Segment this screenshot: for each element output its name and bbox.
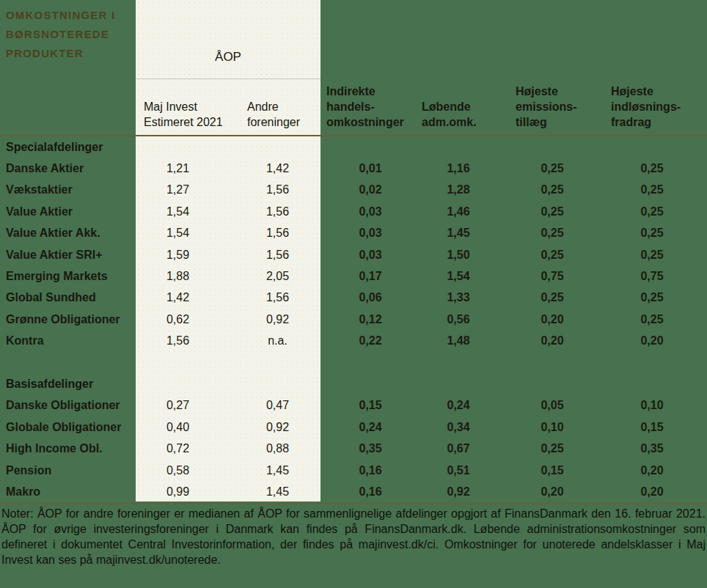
cell-aop-andre-foreninger: 1,56 (235, 249, 320, 262)
row-label: Kontra (0, 334, 136, 348)
cell-aop-andre-foreninger: n.a. (235, 334, 320, 348)
row-label: Pension (0, 464, 136, 477)
cell-hojeste-emissionstillaeg: 0,25 (516, 183, 589, 196)
section-title: Specialafdelinger (0, 141, 136, 154)
cell-aop-maj-invest: 1,59 (136, 249, 235, 262)
cell-hojeste-indlosningsfradrag: 0,25 (611, 205, 693, 218)
cell-lobende-adm-omk: 1,45 (422, 227, 495, 240)
column-header-lobende-adm-omk: Løbende adm.omk. (422, 99, 495, 135)
cell-hojeste-indlosningsfradrag: 0,20 (611, 485, 693, 499)
cell-indirekte-handelsomkostninger: 0,02 (326, 183, 414, 196)
cell-aop-maj-invest: 0,72 (136, 442, 235, 455)
cell-hojeste-indlosningsfradrag: 0,10 (611, 399, 693, 412)
cell-aop-andre-foreninger: 1,56 (235, 205, 320, 218)
cell-aop-maj-invest: 1,88 (136, 270, 235, 283)
cell-lobende-adm-omk: 1,48 (422, 334, 495, 348)
row-label: Value Aktier (0, 205, 136, 218)
cell-indirekte-handelsomkostninger: 0,15 (326, 399, 414, 412)
column-header-hojeste-indlosningsfradrag: Højeste indløsnings- fradrag (611, 84, 693, 135)
table-row: Danske Obligationer0,270,470,150,240,050… (0, 395, 707, 416)
row-label: Danske Aktier (0, 162, 136, 175)
cell-hojeste-emissionstillaeg: 0,10 (516, 421, 589, 434)
row-label: Value Aktier Akk. (0, 227, 136, 240)
section-spacer (0, 352, 707, 373)
cell-aop-maj-invest: 0,99 (136, 485, 235, 499)
cell-aop-maj-invest: 0,58 (136, 464, 235, 477)
cell-hojeste-emissionstillaeg: 0,25 (516, 162, 589, 175)
table-body: SpecialafdelingerDanske Aktier1,211,420,… (0, 136, 707, 503)
cell-lobende-adm-omk: 0,24 (422, 399, 495, 412)
cell-hojeste-emissionstillaeg: 0,20 (516, 313, 589, 326)
cell-aop-andre-foreninger: 0,88 (235, 442, 320, 455)
row-label: Vækstaktier (0, 183, 136, 196)
cell-aop-andre-foreninger: 1,56 (235, 291, 320, 304)
cell-aop-maj-invest: 1,54 (136, 227, 235, 240)
cell-aop-andre-foreninger: 1,45 (235, 485, 320, 499)
cell-hojeste-indlosningsfradrag: 0,20 (611, 464, 693, 477)
cell-aop-maj-invest: 1,42 (136, 291, 235, 304)
table-row: Grønne Obligationer0,620,920,120,560,200… (0, 309, 707, 330)
cell-lobende-adm-omk: 0,34 (422, 421, 495, 434)
footnotes: Noter: ÅOP for andre foreninger er media… (0, 504, 707, 567)
cell-lobende-adm-omk: 1,46 (422, 205, 495, 218)
cell-aop-maj-invest: 0,27 (136, 399, 235, 412)
cell-indirekte-handelsomkostninger: 0,24 (326, 421, 414, 434)
table-row: Makro0,991,450,160,920,200,20 (0, 481, 707, 502)
cell-hojeste-indlosningsfradrag: 0,25 (611, 313, 693, 326)
cell-aop-andre-foreninger: 2,05 (235, 270, 320, 283)
cell-hojeste-emissionstillaeg: 0,15 (516, 464, 589, 477)
cell-aop-andre-foreninger: 0,47 (235, 399, 320, 412)
cell-aop-andre-foreninger: 1,56 (235, 227, 320, 240)
cell-indirekte-handelsomkostninger: 0,03 (326, 205, 414, 218)
cell-hojeste-emissionstillaeg: 0,25 (516, 291, 589, 304)
cell-lobende-adm-omk: 0,56 (422, 313, 495, 326)
table-row: Global Sundhed1,421,560,061,330,250,25 (0, 287, 707, 309)
cell-hojeste-indlosningsfradrag: 0,35 (611, 442, 693, 455)
row-label: Globale Obligationer (0, 421, 136, 434)
cell-hojeste-indlosningsfradrag: 0,25 (611, 183, 693, 196)
cell-lobende-adm-omk: 1,54 (422, 270, 495, 283)
row-label: Emerging Markets (0, 270, 136, 283)
table-row: Danske Aktier1,211,420,011,160,250,25 (0, 158, 707, 179)
costs-table-page: OMKOSTNINGER I BØRSNOTEREDE PRODUKTER ÅO… (0, 0, 707, 588)
section-header-row: Basisafdelinger (0, 373, 707, 394)
cell-lobende-adm-omk: 0,92 (422, 485, 495, 499)
cell-aop-maj-invest: 1,56 (136, 334, 235, 348)
cell-hojeste-indlosningsfradrag: 0,25 (611, 249, 693, 262)
column-header-aop-maj-invest: Maj Invest Estimeret 2021 (136, 99, 235, 135)
cell-aop-andre-foreninger: 0,92 (235, 313, 320, 326)
cell-indirekte-handelsomkostninger: 0,03 (326, 227, 414, 240)
cell-hojeste-emissionstillaeg: 0,20 (516, 485, 589, 499)
table-row: High Income Obl.0,720,880,350,670,250,35 (0, 438, 707, 459)
cell-lobende-adm-omk: 1,28 (422, 183, 495, 196)
table-row: Value Aktier1,541,560,031,460,250,25 (0, 201, 707, 222)
column-header-row: Maj Invest Estimeret 2021Andre foreninge… (0, 0, 707, 135)
column-header-hojeste-emissionstillaeg: Højeste emissions- tillæg (516, 84, 589, 135)
cell-hojeste-indlosningsfradrag: 0,25 (611, 291, 693, 304)
cell-lobende-adm-omk: 1,33 (422, 291, 495, 304)
cell-indirekte-handelsomkostninger: 0,17 (326, 270, 414, 283)
cell-hojeste-emissionstillaeg: 0,20 (516, 334, 589, 348)
cell-aop-andre-foreninger: 1,45 (235, 464, 320, 477)
cell-hojeste-emissionstillaeg: 0,75 (516, 270, 589, 283)
table-row: Value Aktier SRI+1,591,560,031,500,250,2… (0, 244, 707, 265)
cell-aop-maj-invest: 0,40 (136, 421, 235, 434)
section-title: Basisafdelinger (0, 378, 136, 391)
cell-indirekte-handelsomkostninger: 0,12 (326, 313, 414, 326)
cell-hojeste-indlosningsfradrag: 0,15 (611, 421, 693, 434)
table-row: Globale Obligationer0,400,920,240,340,10… (0, 416, 707, 438)
cell-aop-maj-invest: 0,62 (136, 313, 235, 326)
row-label: Global Sundhed (0, 291, 136, 304)
row-label: High Income Obl. (0, 442, 136, 455)
cell-aop-andre-foreninger: 0,92 (235, 421, 320, 434)
cell-lobende-adm-omk: 1,50 (422, 249, 495, 262)
cell-hojeste-emissionstillaeg: 0,05 (516, 399, 589, 412)
column-header-aop-andre-foreninger: Andre foreninger (235, 99, 320, 135)
column-header-indirekte-handelsomkostninger: Indirekte handels- omkostninger (326, 84, 414, 135)
table-row: Pension0,581,450,160,510,150,20 (0, 460, 707, 481)
cell-indirekte-handelsomkostninger: 0,16 (326, 485, 414, 499)
row-label: Makro (0, 485, 136, 499)
cell-hojeste-indlosningsfradrag: 0,20 (611, 334, 693, 348)
row-label: Grønne Obligationer (0, 313, 136, 326)
cell-indirekte-handelsomkostninger: 0,22 (326, 334, 414, 348)
